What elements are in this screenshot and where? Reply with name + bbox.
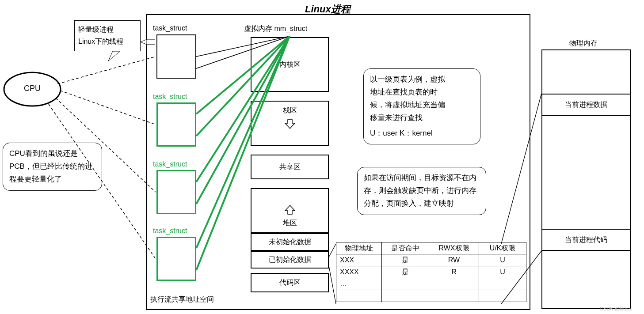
pt-c (429, 290, 479, 302)
page-table: 物理地址 是否命中 RWX权限 U/K权限 XXX 是 RW U XXXX 是 … (336, 242, 526, 302)
bubble-lwp-line2: Linux下的线程 (78, 35, 137, 47)
pt-c: XXXX (336, 266, 382, 278)
seg-stack: 栈区 (251, 101, 329, 146)
pt-c: U (479, 266, 526, 278)
task-struct-label-g1: task_struct (153, 93, 187, 101)
note-pt-l5: U：user K：kernel (370, 127, 474, 140)
task-struct-box-2 (156, 170, 196, 214)
watermark: CSDN @kkbca (600, 306, 633, 311)
seg-heap-label: 堆区 (283, 219, 297, 228)
phys-mem-frame (541, 49, 631, 309)
pt-c: U (479, 254, 526, 266)
pt-c (479, 290, 526, 302)
task-struct-label-black: task_struct (153, 24, 187, 32)
seg-shared: 共享区 (251, 155, 329, 179)
mm-struct-title: 虚拟内存 mm_struct (244, 24, 307, 34)
pt-c: RW (429, 254, 479, 266)
arrow-up-icon (284, 204, 296, 215)
bubble-lwp: 轻量级进程 Linux下的线程 (74, 20, 141, 51)
pt-c (479, 278, 526, 290)
task-struct-box-1 (156, 102, 196, 147)
phys-mem-title: 物理内存 (569, 39, 598, 48)
pt-h3: U/K权限 (479, 242, 526, 254)
pt-c (382, 278, 429, 290)
arrow-down-icon (284, 119, 296, 129)
seg-text: 代码区 (251, 273, 329, 292)
phys-proc-data: 当前进程数据 (541, 94, 631, 116)
pt-h2: RWX权限 (429, 242, 479, 254)
pt-c: XXX (336, 254, 382, 266)
cpu-label: CPU (18, 84, 47, 93)
task-struct-box-3 (156, 237, 196, 281)
diagram-canvas: Linux进程 CPU 轻量级进程 Linux下的线程 CPU看到的虽说还是PC… (0, 0, 644, 314)
pt-h1: 是否命中 (382, 242, 429, 254)
pt-h0: 物理地址 (336, 242, 382, 254)
svg-line-2 (60, 91, 156, 125)
phys-proc-code: 当前进程代码 (541, 229, 631, 251)
table-row: XXXX 是 R U (336, 266, 526, 278)
table-row: … (336, 278, 526, 290)
note-pt-l4: 移量来进行查找 (370, 112, 474, 125)
table-row: 物理地址 是否命中 RWX权限 U/K权限 (336, 242, 526, 254)
table-row: XXX 是 RW U (336, 254, 526, 266)
note-pt-l2: 地址在查找页表的时 (370, 86, 474, 99)
seg-stack-label: 栈区 (283, 106, 297, 115)
mm-struct-column: 内核区 栈区 共享区 堆区 未初始化数据 已初始化数据 代码区 (251, 37, 329, 292)
pt-c (336, 290, 382, 302)
note-pt-l3: 候，将虚拟地址充当偏 (370, 99, 474, 112)
task-struct-label-g2: task_struct (153, 160, 187, 168)
pt-c: R (429, 266, 479, 278)
note-pt-l1: 以一级页表为例，虚拟 (370, 73, 474, 86)
exec-flow-label: 执行流共享地址空间 (150, 295, 214, 304)
seg-bss: 未初始化数据 (251, 233, 329, 251)
pt-c: 是 (382, 254, 429, 266)
table-row (336, 290, 526, 302)
note-pagetable: 以一级页表为例，虚拟 地址在查找页表的时 候，将虚拟地址充当偏 移量来进行查找 … (363, 68, 480, 144)
seg-kernel: 内核区 (251, 37, 329, 92)
seg-data: 已初始化数据 (251, 251, 329, 269)
bubble-lwp-line1: 轻量级进程 (78, 23, 137, 35)
bubble-cpu-note: CPU看到的虽说还是PCB，但已经比传统的进程要更轻量化了 (3, 143, 102, 191)
pt-c (382, 290, 429, 302)
svg-line-1 (57, 57, 156, 84)
task-struct-label-g3: task_struct (153, 227, 187, 235)
task-struct-box-0 (156, 34, 196, 79)
note-fault: 如果在访问期间，目标资源不在内存，则会触发缺页中断，进行内存分配，页面换入，建立… (357, 167, 486, 215)
pt-c (429, 278, 479, 290)
seg-heap: 堆区 (251, 188, 329, 233)
pt-c: 是 (382, 266, 429, 278)
pt-c: … (336, 278, 382, 290)
